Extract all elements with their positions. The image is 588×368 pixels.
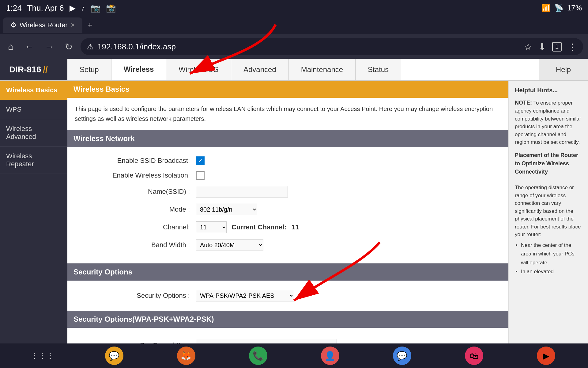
nav-tab-wireless[interactable]: Wireless (111, 59, 167, 80)
home-button[interactable]: ⌂ (5, 40, 17, 54)
ssid-name-label: Name(SSID) : (86, 188, 190, 196)
menu-button[interactable]: ⋮ (568, 41, 577, 52)
download-icon[interactable]: ⬇ (538, 41, 546, 52)
reload-button[interactable]: ↻ (62, 40, 76, 54)
channel-row: Channel: 11 Current Channel: 11 (67, 218, 508, 236)
bandwidth-value: Auto 20/40M (196, 239, 263, 251)
active-tab[interactable]: ⚙ Wireless Router ✕ (3, 17, 82, 33)
sidebar-item-wireless-repeater[interactable]: Wireless Repeater (0, 147, 67, 174)
sidebar: Wireless Basics WPS Wireless Advanced Wi… (0, 81, 67, 368)
security-options-label: Security Options : (86, 292, 190, 300)
current-channel-label: Current Channel: (232, 223, 287, 231)
nav-tab-maintenance[interactable]: Maintenance (289, 59, 356, 80)
taskbar-messages[interactable]: 💬 (105, 347, 123, 365)
router-ui: DIR-816 // Setup Wireless Wireless 5G Ad… (0, 59, 588, 368)
ssid-broadcast-value: ✓ (196, 156, 205, 165)
security-header: Security Options (67, 263, 508, 281)
wireless-isolation-value (196, 171, 205, 180)
time-display: 1:24 (6, 3, 22, 13)
nav-tab-advanced[interactable]: Advanced (231, 59, 289, 80)
tab-title: Wireless Router (20, 21, 67, 29)
ssid-broadcast-row: Enable SSID Broadcast: ✓ (67, 153, 508, 168)
channel-select[interactable]: 11 (196, 221, 227, 233)
note-text: To ensure proper agency compliance and c… (515, 100, 581, 145)
tab-close-button[interactable]: ✕ (70, 22, 75, 29)
back-button[interactable]: ← (21, 40, 37, 54)
tab-favicon: ⚙ (10, 21, 17, 29)
status-bar-left: 1:24 Thu, Apr 6 ▶ ♪ 📷 📸 (6, 3, 116, 13)
taskbar-contacts[interactable]: 👤 (321, 347, 339, 365)
new-tab-button[interactable]: + (84, 19, 95, 31)
help-panel: Helpful Hints... NOTE: To ensure proper … (508, 81, 588, 368)
bookmark-icon[interactable]: ☆ (524, 41, 532, 52)
brand-name: DIR-816 (9, 65, 41, 75)
taskbar-chat[interactable]: 💬 (393, 347, 411, 365)
channel-label: Channel: (86, 223, 190, 231)
brand-logo: DIR-816 // (0, 59, 67, 80)
checkmark-icon: ✓ (198, 157, 203, 164)
status-bar-right: 📶 📡 17% (541, 4, 582, 12)
screen-icon: 📸 (106, 3, 116, 13)
nav-tab-wireless5g[interactable]: Wireless 5G (166, 59, 231, 80)
battery-display: 17% (567, 4, 582, 12)
bandwidth-select[interactable]: Auto 20/40M (196, 239, 263, 251)
ssid-broadcast-label: Enable SSID Broadcast: (86, 157, 190, 165)
ssid-name-row: Name(SSID) : (67, 183, 508, 201)
tab-bar: ⚙ Wireless Router ✕ + (0, 16, 588, 34)
hint1: Placement of the Router to Optimize Wire… (515, 151, 582, 277)
mode-row: Mode : 802.11b/g/n (67, 201, 508, 218)
nav-tab-status[interactable]: Status (356, 59, 401, 80)
hint1-text: The operating distance or range of your … (515, 185, 581, 237)
page-title: Wireless Basics (74, 85, 130, 93)
yt-icon: ▶ (70, 3, 76, 13)
mode-label: Mode : (86, 205, 190, 213)
ssid-name-input[interactable] (196, 186, 288, 197)
sidebar-item-wps[interactable]: WPS (0, 100, 67, 119)
tab-count-badge[interactable]: 1 (552, 42, 562, 52)
taskbar-firefox[interactable]: 🦊 (177, 347, 195, 365)
security-options-section: Security Options Security Options : WPA-… (67, 263, 508, 311)
security-warning-icon: ⚠ (87, 42, 94, 52)
wireless-isolation-row: Enable Wireless Isolation: (67, 168, 508, 183)
date-display: Thu, Apr 6 (27, 3, 64, 13)
nav-bar: ⌂ ← → ↻ ⚠ 192.168.0.1/index.asp ☆ ⬇ 1 ⋮ (0, 34, 588, 59)
signal-icon: 📡 (554, 4, 564, 12)
help-note: NOTE: To ensure proper agency compliance… (515, 99, 582, 146)
address-bar[interactable]: ⚠ 192.168.0.1/index.asp ☆ ⬇ 1 ⋮ (81, 38, 583, 55)
security-sub-header: Security Options(WPA-PSK+WPA2-PSK) (67, 311, 508, 328)
ytm-icon: ♪ (81, 3, 85, 13)
wireless-isolation-label: Enable Wireless Isolation: (86, 171, 190, 179)
ssid-broadcast-checkbox[interactable]: ✓ (196, 156, 205, 165)
mode-select[interactable]: 802.11b/g/n (196, 204, 257, 215)
sidebar-item-wireless-advanced[interactable]: Wireless Advanced (0, 119, 67, 147)
taskbar: ⋮⋮⋮ 💬 🦊 📞 👤 💬 🛍 ▶ (0, 343, 588, 368)
wireless-isolation-checkbox[interactable] (196, 171, 205, 180)
taskbar-tv[interactable]: ▶ (537, 347, 555, 365)
help-title: Helpful Hints... (515, 87, 582, 94)
forward-button[interactable]: → (42, 40, 57, 54)
bandwidth-label: Band Width : (86, 241, 190, 249)
address-bar-actions: ☆ ⬇ 1 ⋮ (524, 41, 577, 52)
taskbar-store[interactable]: 🛍 (465, 347, 483, 365)
status-bar: 1:24 Thu, Apr 6 ▶ ♪ 📷 📸 📶 📡 17% (0, 0, 588, 16)
note-label: NOTE: (515, 100, 532, 106)
taskbar-grid-button[interactable]: ⋮⋮⋮ (33, 347, 51, 365)
nav-tab-help[interactable]: Help (539, 59, 588, 80)
sidebar-item-wireless-basics[interactable]: Wireless Basics (0, 81, 67, 100)
router-nav: DIR-816 // Setup Wireless Wireless 5G Ad… (0, 59, 588, 81)
main-layout: Wireless Basics WPS Wireless Advanced Wi… (0, 81, 588, 368)
security-options-select[interactable]: WPA-PSK/WPA2-PSK AES (196, 290, 294, 301)
content-area: Wireless Basics This page is used to con… (67, 81, 508, 368)
security-options-row: Security Options : WPA-PSK/WPA2-PSK AES (67, 287, 508, 305)
nav-tab-setup[interactable]: Setup (67, 59, 111, 80)
channel-value: 11 Current Channel: 11 (196, 221, 299, 233)
taskbar-phone[interactable]: 📞 (249, 347, 267, 365)
url-display: 192.168.0.1/index.asp (97, 42, 176, 52)
cam-icon: 📷 (91, 3, 100, 13)
wireless-network-form: Enable SSID Broadcast: ✓ Enable Wireless… (67, 147, 508, 260)
hint1-list-item-1: In an elevated (521, 267, 582, 276)
hint1-title: Placement of the Router to Optimize Wire… (515, 151, 582, 176)
hint1-list-item-0: Near the center of the area in which you… (521, 241, 582, 268)
description-text: This page is used to configure the param… (67, 98, 508, 130)
mode-value: 802.11b/g/n (196, 204, 257, 215)
